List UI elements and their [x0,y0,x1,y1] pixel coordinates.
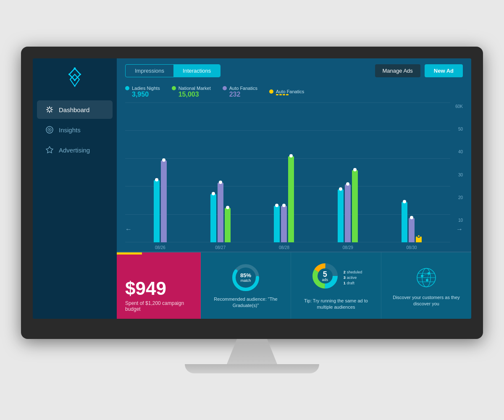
tab-interactions[interactable]: Interactions [173,65,220,77]
ads-total: 5 [322,270,328,278]
active-label: active [347,276,357,280]
insights-label: Insights [59,126,81,134]
bars-row-0829 [338,170,358,242]
screen-bezel: Dashboard Insights [21,47,483,339]
dash-1 [276,94,278,95]
bar-dot-0828-ladies [275,204,278,207]
y-label-50: 50 [455,127,463,131]
date-group-0829: 08/29 [338,170,358,242]
sidebar-item-insights[interactable]: Insights [37,121,113,139]
match-sub-label: match [240,278,251,283]
bar-0830-autoyellow [416,236,422,242]
discover-text: Discover your customers as they discover… [388,294,465,307]
dash-4 [286,94,289,95]
bar-0827-ladies [210,194,216,242]
monitor-stand-base [185,364,319,373]
ladies-nights-dot [125,86,129,90]
budget-sub-text: Spent of $1,200 campaign budget [125,300,192,312]
date-label-0829: 08/29 [343,245,353,250]
ads-legend-active: 3 active [344,276,362,280]
bar-dot-0826-ladies [155,178,158,181]
chart-bars-area: 08/26 [132,102,456,242]
card-ads[interactable]: 5 ads 2 sheduled 3 [291,252,381,319]
date-group-0828: 08/28 [274,156,294,242]
bar-dot-0827-ladies [212,192,215,195]
tab-group: Impressions Interactions [125,64,220,77]
svg-marker-19 [46,147,53,153]
date-group-0827: 08/27 [210,183,231,242]
y-label-30: 30 [455,173,463,177]
svg-point-5 [74,79,76,81]
scheduled-label: sheduled [347,270,362,274]
nav-items: Dashboard Insights [33,100,117,161]
bar-0828-auto232 [281,206,287,242]
svg-point-4 [68,74,70,75]
bar-0829-auto232 [345,184,351,242]
dash-2 [279,94,282,95]
ads-legend-draft: 1 draft [344,281,362,285]
auto-fanatics-232-value: 232 [229,91,257,98]
bar-0829-national [352,170,358,242]
bar-dot-0829-national [353,168,357,171]
auto-fanatics-dash-dot [269,89,273,94]
match-percent-value: 85% [240,272,251,278]
bottom-cards: $949 Spent of $1,200 campaign budget [117,252,471,319]
budget-progress-bar [117,252,200,255]
manage-ads-button[interactable]: Manage Ads [375,64,420,77]
svg-line-13 [51,111,52,113]
ads-center: 5 ads [322,270,328,281]
date-label-0827: 08/27 [215,245,226,250]
match-description: Recommended audience: "The Graduate(s)" [207,296,284,309]
card-budget: $949 Spent of $1,200 campaign budget [117,252,201,319]
bar-0829-ladies [338,189,344,242]
bar-0830-ladies [402,202,407,242]
advertising-icon [45,146,54,154]
svg-line-15 [47,111,48,113]
auto-fanatics-232-dot [223,86,227,90]
bar-0828-national [288,156,294,242]
bars-row-0828 [274,156,294,242]
bar-dot-0829-auto232 [346,182,349,186]
draft-count: 1 [344,281,346,285]
bar-dot-0827-auto232 [219,181,222,184]
match-donut: 85% match [231,262,261,293]
new-ad-button[interactable]: New Ad [425,64,463,77]
svg-point-7 [48,108,51,111]
sidebar-item-dashboard[interactable]: Dashboard [37,100,113,119]
bar-0826-ladies [154,180,160,242]
bar-dot-0830-ladies [403,200,406,203]
national-market-dot [172,86,176,90]
national-market-value: 15,003 [178,91,211,98]
dashboard-label: Dashboard [59,106,89,113]
y-label-40: 40 [455,150,463,154]
ads-tip-text: Tip: Try running the same ad to multiple… [298,298,374,311]
top-actions: Manage Ads New Ad [375,64,463,77]
card-discover[interactable]: Discover your customers as they discover… [381,252,471,319]
bar-0827-auto232 [218,183,223,242]
bars-row-0830 [402,202,422,242]
card-match[interactable]: 85% match Recommended audience: "The Gra… [201,252,291,319]
y-label-10: 10 [455,218,463,223]
advertising-label: Advertising [59,147,90,154]
date-label-0826: 08/26 [155,245,165,250]
ads-sub-label: ads [322,278,328,281]
bar-dot-0826-auto232 [162,158,165,162]
budget-amount: $949 [125,279,192,298]
draft-label: draft [347,281,354,285]
sidebar-item-advertising[interactable]: Advertising [37,141,113,159]
dashboard-icon [45,105,54,114]
bars-row-0826 [154,160,167,242]
svg-line-14 [51,107,52,108]
ads-legend: 2 sheduled 3 active 1 draft [344,270,362,285]
bar-dot-0830-autoyellow [417,234,420,238]
chart-nav-left[interactable]: ← [125,226,132,242]
y-label-60k: 60K [455,104,463,109]
insights-icon [45,126,54,134]
bar-0830-auto232 [409,218,415,242]
ladies-nights-value: 3,950 [132,91,160,98]
legend-bar: Ladies Nights 3,950 National Market 15,0… [117,83,471,102]
legend-ladies-nights: Ladies Nights 3,950 [125,86,160,98]
legend-auto-fanatics-232: Auto Fanatics 232 [223,86,257,98]
tab-impressions[interactable]: Impressions [126,65,173,77]
svg-line-12 [47,107,48,108]
